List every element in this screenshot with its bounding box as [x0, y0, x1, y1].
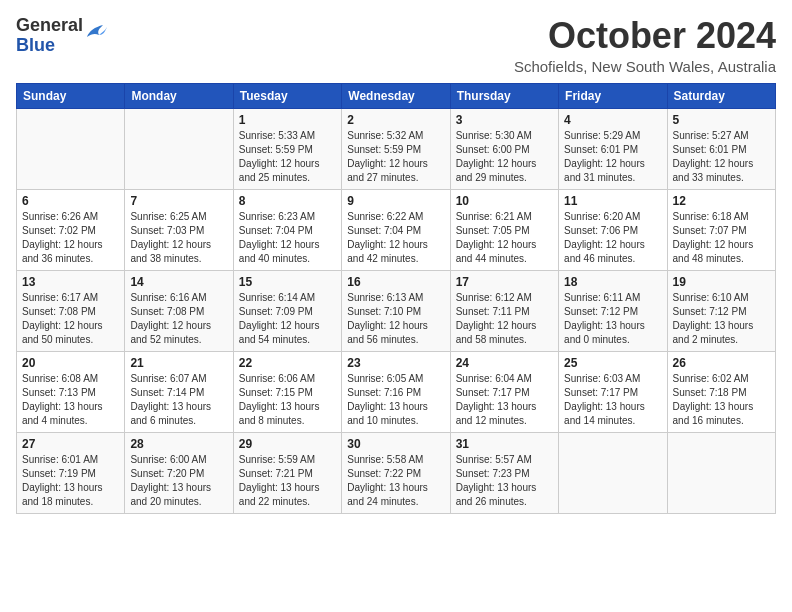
- calendar-cell: [125, 108, 233, 189]
- day-number: 27: [22, 437, 119, 451]
- calendar-cell: 22Sunrise: 6:06 AM Sunset: 7:15 PM Dayli…: [233, 351, 341, 432]
- calendar-cell: 12Sunrise: 6:18 AM Sunset: 7:07 PM Dayli…: [667, 189, 775, 270]
- day-number: 15: [239, 275, 336, 289]
- day-info: Sunrise: 6:12 AM Sunset: 7:11 PM Dayligh…: [456, 291, 553, 347]
- day-number: 31: [456, 437, 553, 451]
- calendar-cell: 4Sunrise: 5:29 AM Sunset: 6:01 PM Daylig…: [559, 108, 667, 189]
- day-info: Sunrise: 5:59 AM Sunset: 7:21 PM Dayligh…: [239, 453, 336, 509]
- calendar-cell: [667, 432, 775, 513]
- calendar-cell: 24Sunrise: 6:04 AM Sunset: 7:17 PM Dayli…: [450, 351, 558, 432]
- calendar-cell: 2Sunrise: 5:32 AM Sunset: 5:59 PM Daylig…: [342, 108, 450, 189]
- day-info: Sunrise: 6:08 AM Sunset: 7:13 PM Dayligh…: [22, 372, 119, 428]
- day-number: 3: [456, 113, 553, 127]
- day-number: 2: [347, 113, 444, 127]
- logo-general: General: [16, 15, 83, 35]
- calendar-cell: 28Sunrise: 6:00 AM Sunset: 7:20 PM Dayli…: [125, 432, 233, 513]
- day-number: 4: [564, 113, 661, 127]
- logo-blue: Blue: [16, 35, 55, 55]
- calendar-cell: 8Sunrise: 6:23 AM Sunset: 7:04 PM Daylig…: [233, 189, 341, 270]
- day-info: Sunrise: 5:33 AM Sunset: 5:59 PM Dayligh…: [239, 129, 336, 185]
- calendar-cell: 18Sunrise: 6:11 AM Sunset: 7:12 PM Dayli…: [559, 270, 667, 351]
- day-number: 13: [22, 275, 119, 289]
- day-info: Sunrise: 6:01 AM Sunset: 7:19 PM Dayligh…: [22, 453, 119, 509]
- day-number: 12: [673, 194, 770, 208]
- calendar-cell: 9Sunrise: 6:22 AM Sunset: 7:04 PM Daylig…: [342, 189, 450, 270]
- day-info: Sunrise: 6:20 AM Sunset: 7:06 PM Dayligh…: [564, 210, 661, 266]
- calendar-cell: 23Sunrise: 6:05 AM Sunset: 7:16 PM Dayli…: [342, 351, 450, 432]
- day-info: Sunrise: 6:26 AM Sunset: 7:02 PM Dayligh…: [22, 210, 119, 266]
- day-info: Sunrise: 6:23 AM Sunset: 7:04 PM Dayligh…: [239, 210, 336, 266]
- calendar-cell: 6Sunrise: 6:26 AM Sunset: 7:02 PM Daylig…: [17, 189, 125, 270]
- day-info: Sunrise: 6:17 AM Sunset: 7:08 PM Dayligh…: [22, 291, 119, 347]
- header-day: Saturday: [667, 83, 775, 108]
- day-number: 10: [456, 194, 553, 208]
- calendar-cell: 20Sunrise: 6:08 AM Sunset: 7:13 PM Dayli…: [17, 351, 125, 432]
- day-info: Sunrise: 6:03 AM Sunset: 7:17 PM Dayligh…: [564, 372, 661, 428]
- calendar-cell: 26Sunrise: 6:02 AM Sunset: 7:18 PM Dayli…: [667, 351, 775, 432]
- calendar-cell: 5Sunrise: 5:27 AM Sunset: 6:01 PM Daylig…: [667, 108, 775, 189]
- calendar-cell: 10Sunrise: 6:21 AM Sunset: 7:05 PM Dayli…: [450, 189, 558, 270]
- day-info: Sunrise: 6:22 AM Sunset: 7:04 PM Dayligh…: [347, 210, 444, 266]
- day-number: 22: [239, 356, 336, 370]
- calendar-cell: 31Sunrise: 5:57 AM Sunset: 7:23 PM Dayli…: [450, 432, 558, 513]
- day-info: Sunrise: 6:06 AM Sunset: 7:15 PM Dayligh…: [239, 372, 336, 428]
- day-info: Sunrise: 6:25 AM Sunset: 7:03 PM Dayligh…: [130, 210, 227, 266]
- calendar-week: 13Sunrise: 6:17 AM Sunset: 7:08 PM Dayli…: [17, 270, 776, 351]
- calendar-cell: 30Sunrise: 5:58 AM Sunset: 7:22 PM Dayli…: [342, 432, 450, 513]
- calendar-cell: 7Sunrise: 6:25 AM Sunset: 7:03 PM Daylig…: [125, 189, 233, 270]
- day-info: Sunrise: 5:29 AM Sunset: 6:01 PM Dayligh…: [564, 129, 661, 185]
- calendar-body: 1Sunrise: 5:33 AM Sunset: 5:59 PM Daylig…: [17, 108, 776, 513]
- calendar-cell: 14Sunrise: 6:16 AM Sunset: 7:08 PM Dayli…: [125, 270, 233, 351]
- day-number: 20: [22, 356, 119, 370]
- day-info: Sunrise: 5:58 AM Sunset: 7:22 PM Dayligh…: [347, 453, 444, 509]
- header-row: SundayMondayTuesdayWednesdayThursdayFrid…: [17, 83, 776, 108]
- calendar-week: 6Sunrise: 6:26 AM Sunset: 7:02 PM Daylig…: [17, 189, 776, 270]
- day-number: 1: [239, 113, 336, 127]
- location-title: Schofields, New South Wales, Australia: [514, 58, 776, 75]
- calendar-cell: 21Sunrise: 6:07 AM Sunset: 7:14 PM Dayli…: [125, 351, 233, 432]
- day-info: Sunrise: 6:16 AM Sunset: 7:08 PM Dayligh…: [130, 291, 227, 347]
- title-block: October 2024 Schofields, New South Wales…: [514, 16, 776, 75]
- calendar-cell: 13Sunrise: 6:17 AM Sunset: 7:08 PM Dayli…: [17, 270, 125, 351]
- page-header: General Blue October 2024 Schofields, Ne…: [16, 16, 776, 75]
- calendar-cell: 25Sunrise: 6:03 AM Sunset: 7:17 PM Dayli…: [559, 351, 667, 432]
- header-day: Wednesday: [342, 83, 450, 108]
- day-info: Sunrise: 6:14 AM Sunset: 7:09 PM Dayligh…: [239, 291, 336, 347]
- calendar-week: 1Sunrise: 5:33 AM Sunset: 5:59 PM Daylig…: [17, 108, 776, 189]
- header-day: Thursday: [450, 83, 558, 108]
- calendar-cell: 1Sunrise: 5:33 AM Sunset: 5:59 PM Daylig…: [233, 108, 341, 189]
- day-info: Sunrise: 6:05 AM Sunset: 7:16 PM Dayligh…: [347, 372, 444, 428]
- day-number: 30: [347, 437, 444, 451]
- calendar-cell: 11Sunrise: 6:20 AM Sunset: 7:06 PM Dayli…: [559, 189, 667, 270]
- day-number: 17: [456, 275, 553, 289]
- day-info: Sunrise: 6:07 AM Sunset: 7:14 PM Dayligh…: [130, 372, 227, 428]
- calendar-cell: 29Sunrise: 5:59 AM Sunset: 7:21 PM Dayli…: [233, 432, 341, 513]
- day-info: Sunrise: 6:18 AM Sunset: 7:07 PM Dayligh…: [673, 210, 770, 266]
- day-number: 8: [239, 194, 336, 208]
- calendar-cell: 17Sunrise: 6:12 AM Sunset: 7:11 PM Dayli…: [450, 270, 558, 351]
- day-number: 9: [347, 194, 444, 208]
- day-number: 25: [564, 356, 661, 370]
- day-number: 19: [673, 275, 770, 289]
- day-number: 7: [130, 194, 227, 208]
- day-number: 29: [239, 437, 336, 451]
- day-info: Sunrise: 6:21 AM Sunset: 7:05 PM Dayligh…: [456, 210, 553, 266]
- header-day: Sunday: [17, 83, 125, 108]
- day-info: Sunrise: 5:32 AM Sunset: 5:59 PM Dayligh…: [347, 129, 444, 185]
- day-info: Sunrise: 6:04 AM Sunset: 7:17 PM Dayligh…: [456, 372, 553, 428]
- day-info: Sunrise: 6:11 AM Sunset: 7:12 PM Dayligh…: [564, 291, 661, 347]
- day-number: 26: [673, 356, 770, 370]
- calendar-cell: 15Sunrise: 6:14 AM Sunset: 7:09 PM Dayli…: [233, 270, 341, 351]
- day-number: 24: [456, 356, 553, 370]
- calendar-week: 27Sunrise: 6:01 AM Sunset: 7:19 PM Dayli…: [17, 432, 776, 513]
- day-info: Sunrise: 6:13 AM Sunset: 7:10 PM Dayligh…: [347, 291, 444, 347]
- calendar-cell: 3Sunrise: 5:30 AM Sunset: 6:00 PM Daylig…: [450, 108, 558, 189]
- day-number: 23: [347, 356, 444, 370]
- calendar-cell: 27Sunrise: 6:01 AM Sunset: 7:19 PM Dayli…: [17, 432, 125, 513]
- day-info: Sunrise: 6:00 AM Sunset: 7:20 PM Dayligh…: [130, 453, 227, 509]
- calendar-cell: [17, 108, 125, 189]
- day-number: 21: [130, 356, 227, 370]
- day-number: 28: [130, 437, 227, 451]
- day-number: 18: [564, 275, 661, 289]
- day-info: Sunrise: 6:10 AM Sunset: 7:12 PM Dayligh…: [673, 291, 770, 347]
